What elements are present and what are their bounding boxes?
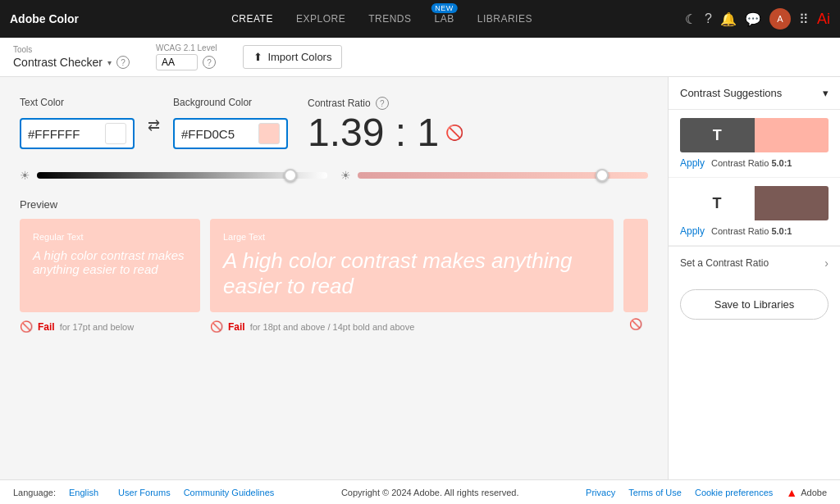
contrast-ratio-section: Contrast Ratio ? 1.39 : 1 🚫 (308, 97, 463, 152)
regular-text-card-label: Regular Text (33, 232, 187, 242)
copyright-text: Copyright © 2024 Adobe. All rights reser… (287, 488, 573, 497)
large-fail-result: 🚫 Fail for 18pt and above / 14pt bold an… (210, 320, 614, 333)
wcag-label: WCAG 2.1 Level (156, 43, 217, 52)
help-icon[interactable]: ? (705, 11, 712, 26)
fail-circle-narrow-icon: 🚫 (629, 318, 642, 330)
suggestion-1-bg-side (755, 118, 829, 152)
swap-colors-icon[interactable]: ⇄ (135, 116, 173, 134)
user-forums-link[interactable]: User Forums (118, 488, 171, 497)
tools-label: Tools (13, 45, 130, 54)
nav-explore[interactable]: EXPLORE (288, 10, 354, 28)
adobe-label: Adobe (801, 488, 827, 497)
suggestion-item-2: T Apply Contrast Ratio 5.0:1 (669, 178, 840, 246)
suggestion-1-preview: T (680, 118, 829, 152)
regular-fail-result: 🚫 Fail for 17pt and below (20, 320, 200, 333)
main-layout: Text Color ⇄ Background Color Contr (0, 77, 840, 479)
avatar[interactable]: A (769, 8, 791, 30)
bg-hex-input[interactable] (181, 127, 255, 141)
regular-fail-label: Fail (38, 321, 55, 333)
import-colors-button[interactable]: ⬆ Import Colors (243, 45, 342, 69)
fail-circle-regular-icon: 🚫 (20, 320, 33, 333)
app-logo: Adobe Color (10, 12, 79, 25)
color-inputs-section: Text Color ⇄ Background Color Contr (20, 97, 648, 152)
contrast-ratio-header: Contrast Ratio ? (308, 97, 463, 110)
suggestion-1-text-side: T (680, 118, 755, 152)
wcag-selector: AA AAA ? (156, 54, 217, 70)
top-nav-icons: ☾ ? 🔔 💬 A ⠿ Ai (685, 8, 830, 30)
large-fail-sub: for 18pt and above / 14pt bold and above (250, 322, 415, 332)
brightness-icon-left: ☀ (20, 169, 30, 182)
suggestion-2-preview: T (680, 186, 829, 220)
new-badge: New (431, 3, 458, 13)
bg-color-slider-group: ☀ (340, 169, 648, 182)
save-to-libraries-button[interactable]: Save to Libraries (680, 289, 829, 320)
bg-color-slider[interactable] (358, 172, 648, 179)
privacy-link[interactable]: Privacy (586, 488, 615, 497)
preview-label: Preview (20, 198, 648, 211)
bg-color-label: Background Color (173, 97, 288, 108)
bg-color-swatch[interactable] (258, 123, 280, 144)
collapse-icon[interactable]: ▾ (823, 87, 829, 99)
community-link[interactable]: Community Guidelines (184, 488, 275, 497)
regular-text-card: Regular Text A high color contrast makes… (20, 219, 200, 312)
text-color-group: Text Color (20, 97, 135, 149)
contrast-suggestions-title: Contrast Suggestions (680, 87, 782, 99)
footer: Language: English User Forums Community … (0, 479, 840, 504)
suggestion-2-bg-side (755, 186, 829, 220)
narrow-preview-card (623, 219, 648, 312)
notification-icon[interactable]: 🔔 (720, 11, 737, 27)
tool-dropdown-icon[interactable]: ▾ (107, 58, 112, 67)
wcag-help-icon[interactable]: ? (203, 56, 216, 69)
chat-icon[interactable]: 💬 (745, 11, 761, 27)
top-navigation: Adobe Color CREATE EXPLORE TRENDS New LA… (0, 0, 840, 38)
language-label: Language: (13, 488, 56, 497)
suggestion-2-ratio: Contrast Ratio 5.0:1 (711, 226, 792, 236)
set-contrast-ratio-row[interactable]: Set a Contrast Ratio › (669, 246, 840, 279)
bg-color-group: Background Color (173, 97, 288, 149)
apps-icon[interactable]: ⠿ (799, 11, 809, 27)
wcag-select[interactable]: AA AAA (156, 54, 198, 70)
fail-circle-large-icon: 🚫 (210, 320, 223, 333)
preview-cards: Regular Text A high color contrast makes… (20, 219, 648, 312)
theme-toggle-icon[interactable]: ☾ (685, 11, 696, 27)
cookies-link[interactable]: Cookie preferences (695, 488, 773, 497)
text-color-slider[interactable] (37, 172, 327, 179)
sliders-section: ☀ ☀ (20, 169, 648, 182)
language-link[interactable]: English (69, 488, 98, 497)
tool-selector: Contrast Checker ▾ ? (13, 56, 130, 69)
large-preview-text: A high color contrast makes anything eas… (223, 248, 600, 299)
contrast-help-icon[interactable]: ? (376, 97, 389, 110)
fail-results-row: 🚫 Fail for 17pt and below 🚫 Fail for 18p… (20, 316, 648, 333)
nav-libraries[interactable]: LIBRARIES (469, 10, 541, 28)
set-ratio-label: Set a Contrast Ratio (680, 257, 769, 269)
narrow-fail-result: 🚫 (623, 316, 648, 333)
contrast-ratio-value: 1.39 : 1 (308, 113, 439, 152)
tools-section: Tools Contrast Checker ▾ ? (13, 45, 130, 69)
text-color-label: Text Color (20, 97, 135, 108)
suggestion-2-apply-row: Apply Contrast Ratio 5.0:1 (680, 225, 829, 237)
import-icon: ⬆ (253, 51, 262, 63)
nav-trends[interactable]: TRENDS (360, 10, 419, 28)
nav-lab[interactable]: New LAB (427, 10, 463, 28)
left-content: Text Color ⇄ Background Color Contr (0, 77, 668, 479)
nav-items: CREATE EXPLORE TRENDS New LAB LIBRARIES (98, 10, 665, 28)
nav-create[interactable]: CREATE (223, 10, 281, 28)
contrast-suggestions-header: Contrast Suggestions ▾ (669, 77, 840, 110)
text-color-swatch[interactable] (105, 123, 126, 144)
tool-name: Contrast Checker (13, 56, 103, 69)
suggestion-1-apply-button[interactable]: Apply (680, 157, 705, 169)
regular-fail-sub: for 17pt and below (60, 322, 135, 332)
regular-preview-text: A high color contrast makes anything eas… (33, 248, 187, 276)
large-fail-label: Fail (228, 321, 245, 333)
suggestion-2-text-side: T (680, 186, 755, 220)
text-color-input-row[interactable] (20, 118, 135, 149)
large-text-card: Large Text A high color contrast makes a… (210, 219, 614, 312)
terms-link[interactable]: Terms of Use (628, 488, 682, 497)
suggestion-2-apply-button[interactable]: Apply (680, 225, 705, 237)
adobe-icon[interactable]: Ai (817, 11, 830, 28)
tool-help-icon[interactable]: ? (116, 56, 130, 69)
suggestion-item-1: T Apply Contrast Ratio 5.0:1 (669, 110, 840, 178)
contrast-ratio-display: 1.39 : 1 🚫 (308, 113, 463, 152)
text-hex-input[interactable] (28, 127, 102, 141)
bg-color-input-row[interactable] (173, 118, 288, 149)
